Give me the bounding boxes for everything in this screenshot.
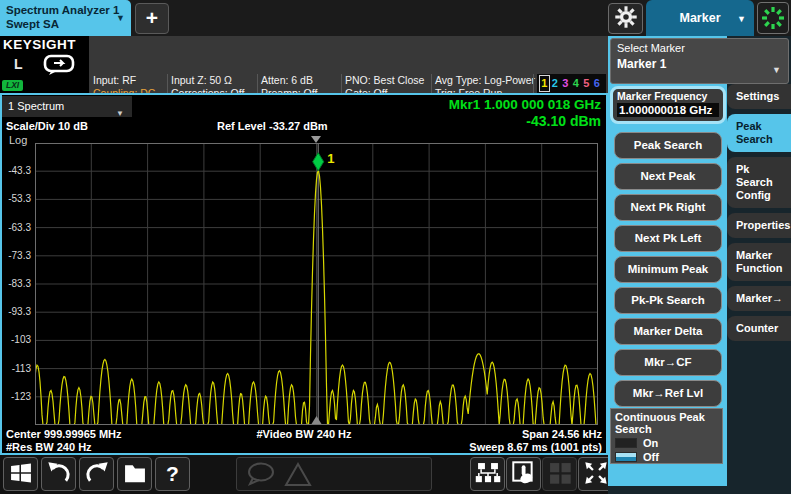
y-axis-label: -73.3 xyxy=(2,250,31,261)
marker-delta-button[interactable]: Marker Delta xyxy=(614,318,722,345)
y-axis-labels: -43.3-53.3-63.3-73.3-83.3-93.3-103-113-1… xyxy=(2,143,33,425)
measurement-display: 1 Spectrum ▼ Mkr1 1.000 000 018 GHz -43.… xyxy=(0,93,608,455)
brand-letter: L xyxy=(14,56,23,72)
minimum-peak-button[interactable]: Minimum Peak xyxy=(614,256,722,283)
header-line: Avg Type: Log-Power xyxy=(435,74,535,87)
expand-arrows-icon xyxy=(583,460,609,486)
off-toggle-swatch-selected xyxy=(615,452,637,462)
redo-button[interactable] xyxy=(79,457,114,491)
app-tab-subtitle: Swept SA xyxy=(6,17,125,31)
tab-marker-to[interactable]: Marker→ xyxy=(727,286,791,311)
sweep-annotation[interactable]: Sweep 8.67 ms (1001 pts) xyxy=(469,441,602,453)
trace-numbers-row: 123456 xyxy=(539,75,604,92)
center-freq-triangle-icon xyxy=(312,416,322,424)
marker-position-triangle-icon xyxy=(311,136,321,143)
trace-flag: 5 xyxy=(581,75,592,92)
grid-icon xyxy=(547,460,573,486)
select-marker-dropdown[interactable]: Select Marker Marker 1 ▼ xyxy=(610,38,789,84)
on-toggle-swatch xyxy=(615,438,637,448)
top-tab-bar: Spectrum Analyzer 1 Swept SA ▼ + xyxy=(0,0,791,36)
windows-icon xyxy=(8,460,34,486)
mkr-to-ref-lvl-button[interactable]: Mkr→Ref Lvl xyxy=(614,380,722,407)
lxi-badge: LXI xyxy=(2,80,23,91)
y-axis-label: -103 xyxy=(2,334,31,345)
trace-flag: 4 xyxy=(571,75,582,92)
marker-frequency-value: 1.000000018 GHz xyxy=(617,103,719,117)
triangle-shape-icon xyxy=(283,461,313,487)
marker-readout-amplitude: -43.10 dBm xyxy=(526,113,601,129)
header-line: Input Z: 50 Ω xyxy=(171,74,246,87)
touch-screen-button[interactable] xyxy=(506,457,541,491)
brand-text: KEYSIGHT xyxy=(0,36,89,53)
annotation-tools-zone xyxy=(236,457,432,491)
app-mode-tab[interactable]: Spectrum Analyzer 1 Swept SA ▼ xyxy=(0,0,131,36)
trace-selector-label: 1 Spectrum xyxy=(8,100,64,112)
header-line: PNO: Best Close xyxy=(345,74,424,87)
select-marker-label: Select Marker xyxy=(617,42,782,54)
span-annotation[interactable]: Span 24.56 kHz xyxy=(522,428,602,440)
tab-pk-search-config[interactable]: Pk Search Config xyxy=(727,157,791,208)
marker-frequency-label: Marker Frequency xyxy=(617,90,719,102)
pk-pk-search-button[interactable]: Pk-Pk Search xyxy=(614,287,722,314)
speech-bubble-icon xyxy=(245,461,279,487)
file-button[interactable] xyxy=(117,457,152,491)
busy-spinner-icon[interactable] xyxy=(757,2,789,34)
tab-settings[interactable]: Settings xyxy=(727,84,791,109)
marker-readout-frequency: Mkr1 1.000 000 018 GHz xyxy=(449,97,601,112)
node-layout-icon xyxy=(475,460,501,486)
grid-view-button[interactable] xyxy=(542,457,577,491)
add-tab-button[interactable]: + xyxy=(135,3,169,34)
y-axis-label: -83.3 xyxy=(2,278,31,289)
next-pk-left-button[interactable]: Next Pk Left xyxy=(614,225,722,252)
select-marker-value: Marker 1 xyxy=(617,57,782,71)
tab-counter[interactable]: Counter xyxy=(727,316,791,341)
undo-button[interactable] xyxy=(41,457,76,491)
peak-search-button[interactable]: Peak Search xyxy=(614,132,722,159)
scale-per-div-label[interactable]: Scale/Div 10 dB xyxy=(6,120,88,132)
ref-level-label[interactable]: Ref Level -33.27 dBm xyxy=(217,120,328,132)
gear-icon[interactable] xyxy=(608,3,643,34)
chevron-down-icon: ▼ xyxy=(737,14,746,24)
continuous-peak-off-option[interactable]: Off xyxy=(615,451,718,463)
video-bw-annotation[interactable]: #Video BW 240 Hz xyxy=(2,428,606,440)
trace-selector-dropdown[interactable]: 1 Spectrum ▼ xyxy=(2,96,132,117)
chevron-down-icon: ▼ xyxy=(116,103,124,124)
menu-tab-column: Settings Peak Search Pk Search Config Pr… xyxy=(727,84,791,341)
y-axis-label: -93.3 xyxy=(2,306,31,317)
marker-frequency-field[interactable]: Marker Frequency 1.000000018 GHz xyxy=(610,86,726,124)
tab-marker-function[interactable]: Marker Function xyxy=(727,243,791,281)
mkr-to-cf-button[interactable]: Mkr→CF xyxy=(614,349,722,376)
continuous-peak-search-group: Continuous Peak Search On Off xyxy=(610,408,723,464)
help-button[interactable]: ? xyxy=(155,457,190,491)
redo-icon xyxy=(84,460,110,486)
window-arrange-button[interactable] xyxy=(470,457,505,491)
res-bw-annotation[interactable]: #Res BW 240 Hz xyxy=(6,441,92,453)
trace-flag: 2 xyxy=(550,75,561,92)
y-axis-label: -63.3 xyxy=(2,222,31,233)
y-axis-label: -53.3 xyxy=(2,193,31,204)
continuous-peak-search-label: Continuous Peak Search xyxy=(615,411,718,435)
header-line: Input: RF xyxy=(93,74,155,87)
header-line: Atten: 6 dB xyxy=(261,74,345,87)
y-axis-label: -43.3 xyxy=(2,165,31,176)
spectrum-plot[interactable]: 1 xyxy=(35,143,598,425)
next-peak-button[interactable]: Next Peak xyxy=(614,163,722,190)
tab-properties[interactable]: Properties xyxy=(727,213,791,238)
chevron-down-icon: ▼ xyxy=(772,65,781,75)
app-tab-title: Spectrum Analyzer 1 xyxy=(6,3,125,17)
folder-icon xyxy=(122,460,148,486)
touch-hand-icon xyxy=(511,460,537,486)
trace-flag: 1 xyxy=(539,75,550,92)
undo-icon xyxy=(46,460,72,486)
mode-dropdown[interactable]: Marker ▼ xyxy=(646,0,754,36)
off-label: Off xyxy=(643,451,659,463)
continuous-peak-on-option[interactable]: On xyxy=(615,437,718,449)
spectrum-analyzer-screen: Spectrum Analyzer 1 Swept SA ▼ + xyxy=(0,0,791,494)
tab-peak-search[interactable]: Peak Search xyxy=(727,114,791,152)
next-pk-right-button[interactable]: Next Pk Right xyxy=(614,194,722,221)
bottom-toolbar: ? xyxy=(0,455,608,494)
trace-flag: 6 xyxy=(592,75,603,92)
speech-loop-icon xyxy=(42,54,76,76)
y-axis-label: -113 xyxy=(2,363,31,374)
windows-start-button[interactable] xyxy=(3,457,38,491)
